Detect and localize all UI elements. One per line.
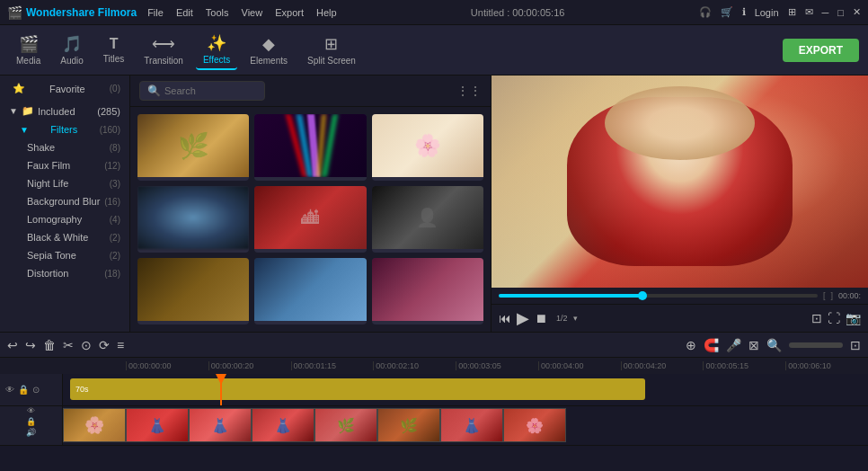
minimize-icon[interactable]: ─ — [822, 7, 829, 18]
copy-button[interactable]: ⊙ — [81, 338, 92, 352]
favorite-item[interactable]: ⭐ Favorite (0) — [0, 79, 129, 98]
bracket-left-icon[interactable]: [ — [823, 291, 826, 300]
lomography-item[interactable]: Lomography (4) — [0, 210, 129, 228]
sepia-tone-count: (2) — [110, 251, 120, 261]
effect-70s[interactable]: 🌿 70s — [137, 114, 249, 181]
left-panel: ⭐ Favorite (0) ▼ 📁 Included (285) ▼ Filt… — [0, 76, 130, 332]
layout-icon[interactable]: ⊞ — [788, 6, 796, 18]
effect-70s-label: 70s — [137, 177, 249, 181]
effect-row3c[interactable] — [372, 258, 483, 324]
bracket-right-icon[interactable]: ] — [830, 291, 833, 300]
tool-elements-label: Elements — [250, 56, 288, 66]
page-dropdown[interactable]: ▾ — [573, 314, 578, 323]
prev-frame-button[interactable]: ⏮ — [499, 311, 511, 325]
effect-row3a-label — [137, 321, 249, 324]
tool-transition[interactable]: ⟷ Transition — [137, 31, 190, 69]
effect-willow[interactable]: 🌸 Willow — [372, 114, 483, 181]
background-blur-item[interactable]: Background Blur (16) — [0, 192, 129, 210]
close-icon[interactable]: ✕ — [853, 6, 861, 18]
ruler-mark-6: 00:00:04:20 — [621, 361, 704, 370]
redo-button[interactable]: ↪ — [25, 338, 36, 352]
elements-icon: ◆ — [262, 34, 275, 54]
included-folder[interactable]: ▼ 📁 Included (285) — [0, 102, 129, 120]
login-button[interactable]: Login — [755, 7, 779, 18]
video-track-content: 🌸 👗 👗 👗 🌿 🌿 — [63, 406, 868, 445]
app-name: Wondershare Filmora — [26, 6, 137, 19]
tool-transition-label: Transition — [144, 56, 183, 66]
tool-media[interactable]: 🎬 Media — [9, 31, 48, 69]
zoom-slider[interactable] — [789, 342, 843, 348]
preview-video — [492, 76, 868, 288]
progress-handle[interactable] — [638, 291, 647, 300]
shake-item[interactable]: Shake (8) — [0, 138, 129, 156]
info-icon[interactable]: ℹ — [742, 6, 746, 18]
timeline-tracks: 👁 🔒 ⊙ 70s 👁 🔒 🔊 — [0, 374, 868, 471]
search-box[interactable]: 🔍 — [139, 81, 265, 101]
menu-file[interactable]: File — [147, 7, 164, 18]
effect-row3c-thumbnail — [372, 258, 483, 321]
window-title: Untitled : 00:00:05:16 — [348, 7, 688, 18]
lomography-count: (4) — [110, 215, 120, 225]
split-button[interactable]: ⊠ — [748, 338, 759, 352]
favorites-section: ⭐ Favorite (0) — [0, 76, 129, 102]
export-button[interactable]: EXPORT — [783, 39, 859, 62]
tool-split-screen[interactable]: ⊞ Split Screen — [300, 31, 363, 69]
snapshot-button[interactable]: 📷 — [846, 311, 861, 325]
distortion-item[interactable]: Distortion (18) — [0, 264, 129, 282]
effect-old-video[interactable]: 👤 Old video — [372, 186, 483, 253]
adjust-button[interactable]: ≡ — [117, 338, 124, 352]
cart-icon[interactable]: 🛒 — [721, 6, 733, 18]
effects-toolbar: 🔍 ⋮⋮ — [130, 76, 491, 107]
grid-options-icon[interactable]: ⋮⋮ — [456, 84, 482, 98]
snap-button[interactable]: 🧲 — [704, 338, 719, 352]
audio-icon: 🎵 — [62, 34, 82, 54]
video-track-eye-icon[interactable]: 👁 — [27, 406, 35, 415]
stop-button[interactable]: ⏹ — [535, 311, 547, 325]
tool-titles[interactable]: T Titles — [96, 32, 132, 67]
background-blur-count: (16) — [104, 197, 120, 207]
audio-button[interactable]: 🎤 — [726, 338, 741, 352]
effect-basic-blur[interactable]: Basic Blur — [137, 186, 249, 253]
tool-elements[interactable]: ◆ Elements — [243, 31, 295, 69]
headphone-icon[interactable]: 🎧 — [699, 6, 712, 18]
menu-tools[interactable]: Tools — [206, 7, 229, 18]
cut-button[interactable]: ✂ — [63, 338, 74, 352]
faux-film-item[interactable]: Faux Film (12) — [0, 156, 129, 174]
message-icon[interactable]: ✉ — [805, 6, 813, 18]
delete-button[interactable]: 🗑 — [43, 338, 56, 352]
progress-bar[interactable] — [499, 294, 818, 298]
history-button[interactable]: ⟳ — [99, 338, 110, 352]
effect-track-visible-icon[interactable]: ⊙ — [32, 385, 40, 395]
tool-effects[interactable]: ✨ Effects — [196, 30, 237, 70]
tool-audio[interactable]: 🎵 Audio — [53, 31, 91, 69]
fullscreen-button[interactable]: ⛶ — [828, 311, 840, 325]
fit-button[interactable]: ⊡ — [850, 338, 861, 352]
undo-button[interactable]: ↩ — [7, 338, 18, 352]
effect-chromatic-aberration[interactable]: Chromatic Aberration — [254, 114, 366, 181]
effect-track-lock-icon[interactable]: 🔒 — [18, 385, 29, 395]
maximize-icon[interactable]: □ — [837, 7, 844, 18]
effect-row3b[interactable] — [254, 258, 366, 324]
sepia-tone-item[interactable]: Sepia Tone (2) — [0, 246, 129, 264]
menu-help[interactable]: Help — [316, 7, 337, 18]
video-track-lock-icon[interactable]: 🔒 — [26, 417, 36, 426]
add-track-button[interactable]: ⊕ — [686, 338, 696, 352]
video-track-sound-icon[interactable]: 🔊 — [26, 428, 36, 437]
distortion-label: Distortion — [27, 268, 68, 279]
night-life-item[interactable]: Night Life (3) — [0, 174, 129, 192]
menu-edit[interactable]: Edit — [176, 7, 193, 18]
search-input[interactable] — [164, 85, 254, 96]
effect-clip-70s[interactable]: 70s — [70, 378, 645, 400]
effect-row3a[interactable] — [137, 258, 249, 324]
menu-export[interactable]: Export — [275, 7, 304, 18]
effect-1977[interactable]: 🏙 1977 — [254, 186, 366, 253]
settings2-button[interactable]: ⊡ — [811, 311, 822, 325]
play-button[interactable]: ▶ — [517, 308, 529, 328]
video-frame-4: 👗 — [252, 408, 314, 442]
filters-item[interactable]: ▼ Filters (160) — [0, 120, 129, 138]
effect-track-eye-icon[interactable]: 👁 — [5, 385, 14, 395]
black-white-item[interactable]: Black & White (2) — [0, 228, 129, 246]
video-track-label: 👁 🔒 🔊 — [0, 406, 63, 445]
menu-view[interactable]: View — [242, 7, 263, 18]
zoom-out-button[interactable]: 🔍 — [766, 338, 782, 352]
